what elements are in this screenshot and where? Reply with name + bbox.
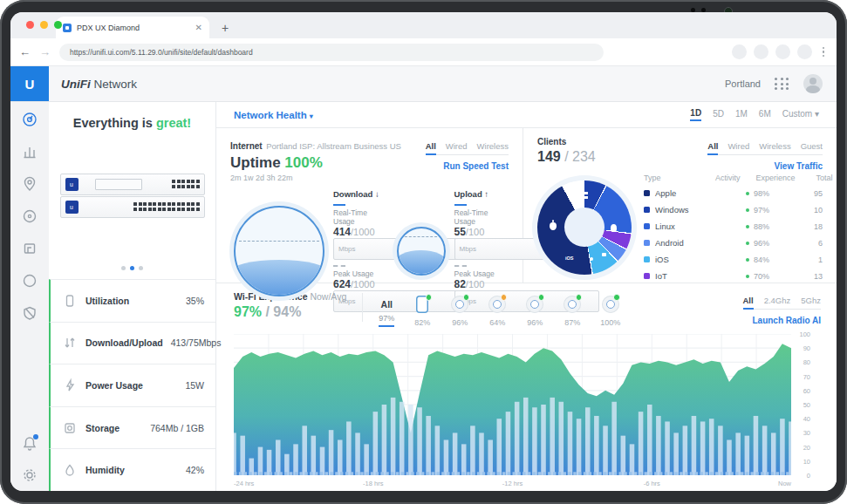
site-selector[interactable]: Portland	[725, 78, 761, 89]
y-tick: 60	[803, 386, 810, 394]
devices-icon[interactable]	[21, 208, 38, 225]
range-1m[interactable]: 1M	[735, 109, 748, 120]
type-swatch	[644, 273, 650, 279]
device-carousel[interactable]: u u	[49, 130, 215, 261]
forward-button[interactable]: →	[39, 45, 51, 58]
wifi-now-avg: 97% / 94%	[234, 304, 346, 320]
windows-icon	[580, 192, 588, 200]
stat-value: 42%	[186, 465, 204, 475]
client-row-android[interactable]: Android96%6	[644, 235, 823, 251]
range-5d[interactable]: 5D	[713, 109, 724, 120]
notifications-icon[interactable]	[21, 434, 38, 452]
stat-row-storage[interactable]: Storage764Mb / 1GB	[49, 406, 215, 449]
run-speed-test-link[interactable]: Run Speed Test	[443, 161, 509, 171]
new-tab-button[interactable]: +	[222, 21, 229, 38]
dashboard-icon[interactable]	[21, 111, 38, 128]
x-tick: -12 hrs	[502, 480, 523, 487]
extension-icon[interactable]	[797, 44, 812, 59]
security-icon[interactable]	[21, 304, 38, 322]
band-tab-2-4ghz[interactable]: 2.4Ghz	[764, 296, 791, 305]
stat-row-power-usage[interactable]: Power Usage15W	[49, 364, 215, 406]
browser-tab[interactable]: PDX UX Diamond ✕	[56, 17, 209, 38]
client-row-ios[interactable]: iOS84%1	[644, 251, 823, 268]
carousel-pagination[interactable]	[49, 261, 215, 279]
ap-experience: 96%	[450, 318, 469, 327]
ap-chip-3[interactable]: 64%	[488, 295, 507, 327]
wifi-chart: 0102030405060708090100 -24 hrs-18 hrs-12…	[234, 330, 837, 491]
clients-tab-guest[interactable]: Guest	[801, 141, 823, 151]
user-avatar[interactable]	[803, 74, 823, 93]
insights-icon[interactable]	[21, 272, 38, 289]
wifi-subtitle: Now/Avg	[308, 291, 347, 302]
upload-gauge	[397, 227, 446, 276]
app-title: UniFi Network	[61, 78, 137, 91]
clients-tab-wired[interactable]: Wired	[727, 141, 749, 151]
ap-chip-1[interactable]: 82%	[413, 295, 432, 327]
total-value: 13	[796, 272, 823, 281]
apps-grid-icon[interactable]	[775, 78, 789, 90]
android-icon	[590, 257, 593, 261]
range-custom-[interactable]: Custom ▾	[782, 109, 819, 120]
tab-close-icon[interactable]: ✕	[195, 23, 202, 32]
client-row-iot[interactable]: IoT70%13	[644, 268, 823, 284]
ap-chip-4[interactable]: 96%	[525, 295, 544, 327]
back-button[interactable]: ←	[19, 45, 31, 58]
statistics-icon[interactable]	[21, 143, 38, 160]
clients-table: TypeActivityExperienceTotalApple98%95Win…	[644, 170, 823, 284]
status-message: Everything is great!	[49, 102, 215, 130]
internet-tab-all[interactable]: All	[426, 141, 436, 151]
client-row-apple[interactable]: Apple98%95	[644, 185, 823, 201]
browser-toolbar: ← → https://unifi.ui.com/5.11.29.0/unifi…	[10, 38, 837, 66]
internet-tab-wireless[interactable]: Wireless	[477, 141, 509, 151]
access-point-icon	[488, 295, 507, 314]
browser-menu-icon[interactable]	[819, 47, 829, 58]
ap-chip-6[interactable]: 100%	[600, 295, 620, 327]
map-icon[interactable]	[21, 175, 38, 193]
unifi-logo[interactable]: U	[10, 66, 49, 101]
range-1d[interactable]: 1D	[690, 108, 701, 121]
extension-icon[interactable]	[775, 44, 790, 59]
x-tick: Now	[778, 480, 791, 487]
y-tick: 30	[803, 429, 810, 437]
url-bar[interactable]: https://unifi.ui.com/5.11.29.0/unifi/sit…	[59, 44, 604, 61]
internet-tab-wired[interactable]: Wired	[446, 141, 468, 151]
y-tick: 20	[803, 443, 810, 451]
app-header: U UniFi Network Portland	[10, 66, 837, 102]
range-6m[interactable]: 6M	[759, 109, 771, 120]
status-dot	[613, 294, 620, 301]
settings-icon[interactable]	[21, 467, 38, 484]
device-display	[95, 179, 142, 190]
wifi-summary: Wi-Fi Experience Now/Avg 97% / 94%	[234, 291, 346, 327]
pagination-dot[interactable]	[121, 266, 126, 270]
minimize-window-button[interactable]	[40, 21, 48, 29]
clients-icon[interactable]	[21, 240, 38, 257]
clients-tab-all[interactable]: All	[707, 141, 718, 151]
band-tab-all[interactable]: All	[743, 296, 754, 305]
network-health-dropdown[interactable]: Network Health▾	[234, 110, 313, 120]
client-row-windows[interactable]: Windows97%10	[644, 201, 823, 218]
access-point-icon	[525, 295, 544, 314]
ap-chip-2[interactable]: 96%	[450, 295, 469, 327]
pagination-dot[interactable]	[139, 266, 143, 270]
download-upload-icon	[62, 335, 78, 351]
clients-tab-wireless[interactable]: Wireless	[759, 141, 790, 151]
extension-icon[interactable]	[754, 44, 768, 59]
internet-label: Internet	[230, 141, 263, 151]
pagination-dot-active[interactable]	[130, 266, 134, 270]
close-window-button[interactable]	[26, 21, 34, 29]
ap-tab-all[interactable]: All97%	[379, 293, 394, 327]
stat-row-utilization[interactable]: Utilization35%	[49, 279, 215, 322]
client-row-linux[interactable]: Linux88%18	[644, 218, 823, 235]
screen: PDX UX Diamond ✕ + ← → https://unifi.ui.…	[10, 12, 837, 491]
stat-row-download-upload[interactable]: Download/Upload413/75Mbps	[49, 322, 215, 364]
window-controls[interactable]	[26, 21, 62, 29]
experience-value: 97%	[754, 206, 769, 215]
band-tab-5ghz[interactable]: 5Ghz	[801, 296, 821, 305]
launch-radio-ai-link[interactable]: Launch Radio AI	[752, 316, 821, 325]
x-tick: -6 hrs	[644, 480, 660, 487]
stat-row-humidity[interactable]: Humidity42%	[49, 448, 215, 491]
maximize-window-button[interactable]	[54, 21, 62, 29]
extension-icon[interactable]	[732, 44, 747, 59]
clients-label: Clients	[537, 137, 707, 146]
ap-chip-5[interactable]: 87%	[563, 295, 582, 327]
